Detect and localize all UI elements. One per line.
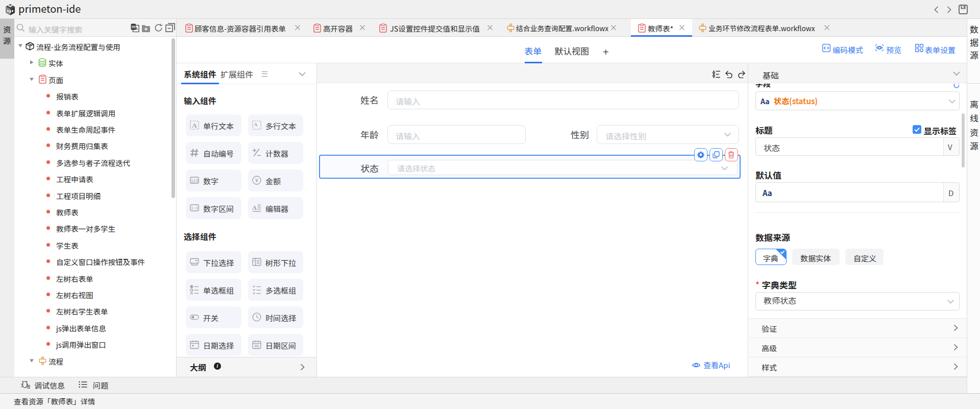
svg-text:A: A [254, 122, 258, 127]
svg-text:A: A [192, 122, 197, 129]
svg-text:123: 123 [191, 178, 199, 183]
svg-text:¥: ¥ [255, 176, 258, 184]
svg-text:i: i [217, 363, 218, 369]
svg-text:1~3: 1~3 [191, 206, 198, 210]
svg-text:A: A [252, 204, 257, 211]
